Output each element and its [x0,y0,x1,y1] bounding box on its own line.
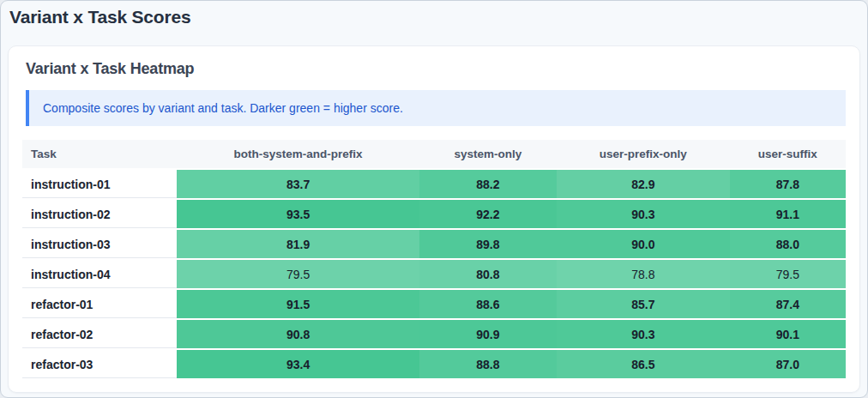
score-cell: 83.7 [177,170,419,200]
task-cell: refactor-02 [22,320,177,350]
score-cell: 81.9 [177,230,419,260]
score-cell: 87.4 [730,290,846,320]
score-cell: 86.5 [557,350,730,380]
column-header-user-prefix-only: user-prefix-only [557,140,730,170]
table-body: instruction-0183.788.282.987.8instructio… [22,170,846,380]
table-row-instruction-03: instruction-0381.989.890.088.0 [22,230,846,260]
score-cell: 85.7 [557,290,730,320]
score-cell: 90.0 [557,230,730,260]
score-cell: 88.2 [419,170,557,200]
column-header-user-suffix: user-suffix [730,140,846,170]
score-cell: 93.4 [177,350,419,380]
task-cell: instruction-02 [22,200,177,230]
score-cell: 87.8 [730,170,846,200]
score-cell: 78.8 [557,260,730,290]
score-cell: 88.6 [419,290,557,320]
page-title: Variant x Task Scores [9,7,859,27]
column-header-both-system-and-prefix: both-system-and-prefix [177,140,419,170]
score-cell: 82.9 [557,170,730,200]
info-note: Composite scores by variant and task. Da… [26,90,846,126]
score-cell: 90.3 [557,320,730,350]
table-row-instruction-02: instruction-0293.592.290.391.1 [22,200,846,230]
table-header: Taskboth-system-and-prefixsystem-onlyuse… [22,140,846,170]
table-row-instruction-04: instruction-0479.580.878.879.5 [22,260,846,290]
task-cell: instruction-01 [22,170,177,200]
score-cell: 87.0 [730,350,846,380]
score-cell: 80.8 [419,260,557,290]
card-title: Variant x Task Heatmap [26,60,846,78]
score-cell: 88.0 [730,230,846,260]
task-cell: refactor-03 [22,350,177,380]
heatmap-card: Variant x Task Heatmap Composite scores … [8,45,860,393]
column-header-task: Task [22,140,177,170]
score-cell: 93.5 [177,200,419,230]
column-header-system-only: system-only [419,140,557,170]
info-note-text: Composite scores by variant and task. Da… [43,100,832,116]
score-cell: 89.8 [419,230,557,260]
table-header-row: Taskboth-system-and-prefixsystem-onlyuse… [22,140,846,170]
table-row-refactor-03: refactor-0393.488.886.587.0 [22,350,846,380]
table-row-refactor-02: refactor-0290.890.990.390.1 [22,320,846,350]
score-cell: 91.5 [177,290,419,320]
score-cell: 79.5 [730,260,846,290]
table-row-instruction-01: instruction-0183.788.282.987.8 [22,170,846,200]
task-cell: refactor-01 [22,290,177,320]
table-row-refactor-01: refactor-0191.588.685.787.4 [22,290,846,320]
score-cell: 90.3 [557,200,730,230]
dashboard-screen: Variant x Task Scores Variant x Task Hea… [0,0,868,398]
variant-task-heatmap-table: Taskboth-system-and-prefixsystem-onlyuse… [22,140,846,380]
score-cell: 91.1 [730,200,846,230]
score-cell: 90.8 [177,320,419,350]
score-cell: 88.8 [419,350,557,380]
task-cell: instruction-04 [22,260,177,290]
score-cell: 79.5 [177,260,419,290]
score-cell: 90.1 [730,320,846,350]
score-cell: 92.2 [419,200,557,230]
page-header: Variant x Task Scores [1,1,867,45]
task-cell: instruction-03 [22,230,177,260]
score-cell: 90.9 [419,320,557,350]
